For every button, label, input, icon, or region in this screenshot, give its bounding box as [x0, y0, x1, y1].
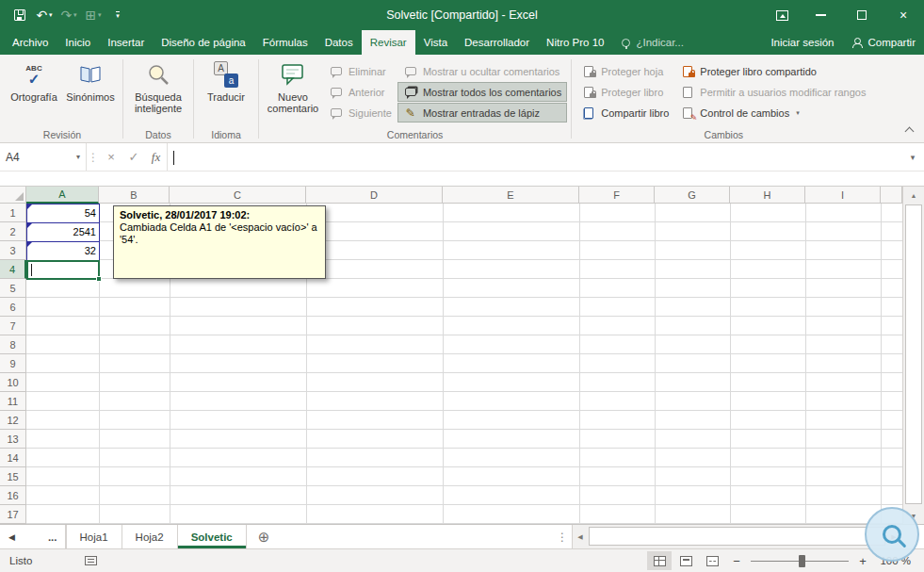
sign-in-button[interactable]: Iniciar sesión: [762, 30, 842, 55]
row-header-16[interactable]: 16: [0, 486, 26, 505]
ribbon-display-options-button[interactable]: [764, 0, 800, 30]
row-header-17[interactable]: 17: [0, 505, 26, 524]
delete-comment-button[interactable]: Eliminar: [323, 61, 397, 81]
column-header-i[interactable]: I: [805, 187, 881, 204]
changed-cell-a2[interactable]: 2541: [26, 222, 100, 242]
protect-shared-workbook-button[interactable]: Proteger libro compartido: [674, 61, 871, 81]
vertical-scroll-thumb[interactable]: [905, 204, 922, 504]
insert-function-button[interactable]: fx: [145, 143, 168, 171]
row-header-6[interactable]: 6: [0, 298, 26, 317]
spelling-button[interactable]: ABC ✓ Ortografía: [6, 57, 62, 127]
cancel-entry-button[interactable]: ×: [100, 143, 122, 171]
horizontal-scrollbar[interactable]: ◀ ▶: [572, 525, 901, 548]
protect-workbook-button[interactable]: Proteger libro: [575, 82, 674, 102]
worksheet-area[interactable]: A B C D E F G H I 1 2 3 4 5 6 7 8 9 10 1…: [0, 187, 902, 524]
tab-archivo[interactable]: Archivo: [4, 30, 57, 55]
column-header-a[interactable]: A: [26, 187, 99, 204]
column-header-h[interactable]: H: [730, 187, 805, 204]
row-header-12[interactable]: 12: [0, 411, 26, 430]
name-box[interactable]: A4 ▾: [0, 143, 87, 171]
smart-lookup-button[interactable]: Búsqueda inteligente: [127, 57, 189, 127]
row-header-7[interactable]: 7: [0, 317, 26, 335]
column-header-f[interactable]: F: [579, 187, 655, 204]
tab-vista[interactable]: Vista: [415, 30, 456, 55]
scroll-left-button[interactable]: ◀: [573, 533, 588, 541]
minimize-button[interactable]: [800, 0, 841, 30]
show-ink-button[interactable]: ✎ Mostrar entradas de lápiz: [397, 103, 567, 123]
customize-qat-button[interactable]: ▾: [107, 3, 128, 27]
row-header-4[interactable]: 4: [0, 260, 26, 279]
zoom-out-button[interactable]: −: [724, 554, 749, 568]
row-header-11[interactable]: 11: [0, 392, 26, 411]
sheet-nav-left-button[interactable]: ◀: [0, 525, 24, 548]
sheet-tab-hoja1[interactable]: Hoja1: [66, 525, 122, 548]
row-header-13[interactable]: 13: [0, 430, 26, 449]
maximize-button[interactable]: [841, 0, 883, 30]
page-break-view-button[interactable]: [700, 551, 724, 570]
row-header-14[interactable]: 14: [0, 449, 26, 467]
column-header-c[interactable]: C: [170, 187, 306, 204]
row-header-5[interactable]: 5: [0, 279, 26, 298]
column-header-partial[interactable]: [881, 187, 902, 204]
tab-formulas[interactable]: Fórmulas: [254, 30, 316, 55]
horizontal-scroll-track[interactable]: [588, 525, 886, 548]
qat-extra-button[interactable]: ⊞▾: [83, 3, 104, 27]
new-sheet-button[interactable]: ⊕: [258, 525, 270, 548]
accept-entry-button[interactable]: ✓: [122, 143, 145, 171]
sheet-overflow-button[interactable]: ...: [41, 525, 66, 548]
redo-button[interactable]: ↷▾: [58, 3, 79, 27]
row-header-8[interactable]: 8: [0, 335, 26, 354]
tab-revisar[interactable]: Revisar: [362, 30, 415, 55]
column-header-b[interactable]: B: [99, 187, 170, 204]
previous-comment-button[interactable]: Anterior: [323, 82, 397, 102]
cells-canvas[interactable]: 54 2541 32 Solvetic, 28/01/2017 19:02: C…: [26, 204, 902, 524]
tell-me-box[interactable]: ¿Indicar...: [612, 30, 693, 55]
undo-button[interactable]: ↶▾: [34, 3, 55, 27]
fill-handle[interactable]: [96, 276, 102, 282]
zoom-level[interactable]: 100 %: [875, 555, 924, 566]
share-button[interactable]: Compartir: [843, 30, 924, 55]
formula-input[interactable]: [168, 143, 901, 171]
zoom-slider-thumb[interactable]: [799, 555, 805, 567]
show-hide-comments-button[interactable]: Mostrar u ocultar comentarios: [397, 61, 567, 81]
tab-desarrollador[interactable]: Desarrollador: [456, 30, 538, 55]
tab-diseno-de-pagina[interactable]: Diseño de página: [153, 30, 254, 55]
protect-sheet-button[interactable]: Proteger hoja: [575, 61, 674, 81]
vertical-scrollbar[interactable]: ▲ ▼: [902, 187, 924, 524]
zoom-slider[interactable]: [751, 551, 849, 570]
changed-cell-a3[interactable]: 32: [26, 241, 100, 261]
formula-bar-drag-handle[interactable]: ⋮: [87, 143, 100, 171]
close-button[interactable]: ×: [883, 0, 924, 30]
new-comment-button[interactable]: Nuevo comentario: [263, 57, 323, 127]
save-button[interactable]: [9, 3, 30, 27]
show-all-comments-button[interactable]: Mostrar todos los comentarios: [397, 82, 567, 102]
track-changes-button[interactable]: ✎ Control de cambios ▾: [674, 103, 871, 123]
scroll-up-button[interactable]: ▲: [903, 187, 924, 204]
translate-button[interactable]: A a Traducir: [198, 57, 254, 127]
horizontal-scroll-thumb[interactable]: [589, 527, 885, 546]
scroll-down-button[interactable]: ▼: [903, 507, 924, 524]
active-cell-a4[interactable]: [26, 260, 100, 280]
row-header-2[interactable]: 2: [0, 222, 26, 241]
scroll-right-button[interactable]: ▶: [886, 533, 901, 541]
row-header-15[interactable]: 15: [0, 467, 26, 486]
expand-formula-bar-button[interactable]: ▾: [901, 143, 924, 171]
page-layout-view-button[interactable]: [673, 551, 698, 570]
tab-bar-drag-handle[interactable]: ⋮: [553, 525, 572, 548]
next-comment-button[interactable]: Siguiente: [323, 103, 397, 123]
normal-view-button[interactable]: [647, 551, 672, 570]
row-header-1[interactable]: 1: [0, 204, 26, 222]
column-header-d[interactable]: D: [306, 187, 443, 204]
changed-cell-a1[interactable]: 54: [26, 204, 100, 223]
macro-record-icon[interactable]: [85, 556, 97, 565]
share-workbook-button[interactable]: Compartir libro: [575, 103, 674, 123]
tab-inicio[interactable]: Inicio: [57, 30, 99, 55]
collapse-ribbon-button[interactable]: [905, 127, 915, 137]
sheet-tab-solvetic[interactable]: Solvetic: [178, 525, 247, 548]
thesaurus-button[interactable]: Sinónimos: [62, 57, 119, 127]
tracked-change-comment-box[interactable]: Solvetic, 28/01/2017 19:02: Cambiada Cel…: [113, 205, 326, 279]
column-header-e[interactable]: E: [443, 187, 579, 204]
tab-nitro-pro-10[interactable]: Nitro Pro 10: [538, 30, 612, 55]
allow-edit-ranges-button[interactable]: Permitir a usuarios modificar rangos: [674, 82, 871, 102]
row-header-3[interactable]: 3: [0, 241, 26, 260]
